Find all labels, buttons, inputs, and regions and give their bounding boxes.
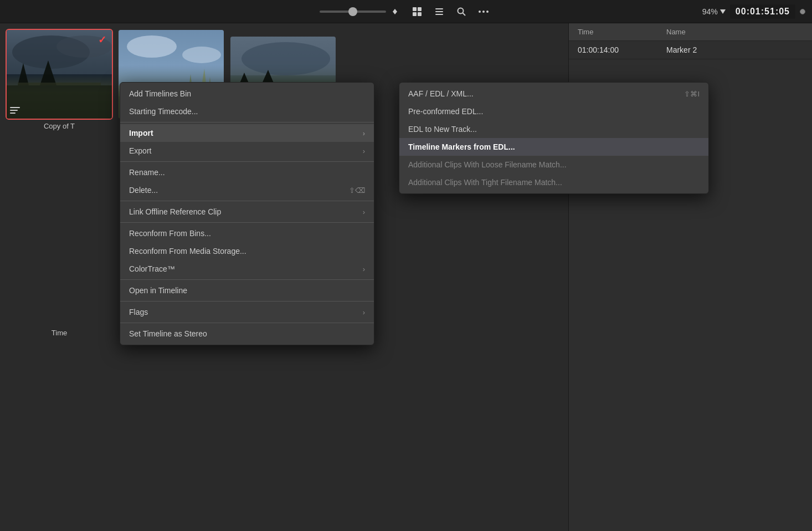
menu-item-delete[interactable]: Delete... ⇧⌫ — [120, 181, 374, 199]
svg-line-10 — [463, 13, 466, 16]
submenu-arrow-flags: › — [363, 308, 365, 316]
menu-item-add-timelines-bin[interactable]: Add Timelines Bin — [120, 85, 374, 103]
thumbnail-label-3: Time — [7, 329, 112, 337]
zoom-slider[interactable] — [320, 11, 386, 13]
menu-item-rename[interactable]: Rename... — [120, 164, 374, 181]
search-icon[interactable] — [453, 3, 470, 21]
list-view-button[interactable] — [430, 3, 448, 21]
menu-item-set-stereo[interactable]: Set Timeline as Stereo — [120, 325, 374, 343]
menu-label: Export — [129, 146, 151, 155]
timecode-display: 00:01:51:05 — [730, 4, 795, 19]
menu-item-colortrace[interactable]: ColorTrace™ › — [120, 260, 374, 278]
more-options-icon[interactable] — [475, 3, 492, 21]
menu-item-reconform-storage[interactable]: Reconform From Media Storage... — [120, 242, 374, 260]
menu-label: Reconform From Media Storage... — [129, 247, 246, 256]
menu-label: Add Timelines Bin — [129, 89, 191, 98]
menu-separator-7 — [120, 323, 374, 323]
svg-marker-0 — [393, 9, 397, 12]
menu-separator-3 — [120, 201, 374, 201]
submenu-item-edl-new-track[interactable]: EDL to New Track... — [399, 120, 708, 138]
thumbnail-selected[interactable]: ✓ — [7, 30, 112, 119]
name-column-header: Name — [666, 28, 803, 36]
menu-item-flags[interactable]: Flags › — [120, 303, 374, 321]
submenu-label: AAF / EDL / XML... — [408, 89, 474, 98]
thumbnail-label: Copy of T — [44, 122, 75, 130]
svg-point-9 — [458, 8, 464, 13]
up-down-icon[interactable] — [386, 3, 404, 21]
menu-label: Rename... — [129, 168, 165, 177]
menu-separator-4 — [120, 222, 374, 223]
svg-point-13 — [486, 11, 489, 13]
submenu-item-aaf-edl-xml[interactable]: AAF / EDL / XML... ⇧⌘I — [399, 85, 708, 103]
menu-label: Starting Timecode... — [129, 107, 198, 116]
submenu-item-additional-loose[interactable]: Additional Clips With Loose Filename Mat… — [399, 156, 708, 173]
menu-separator-5 — [120, 279, 374, 280]
menu-label: Open in Timeline — [129, 286, 187, 295]
shortcut-aaf: ⇧⌘I — [684, 90, 700, 98]
svg-point-26 — [127, 35, 177, 58]
submenu-arrow-export: › — [363, 147, 365, 155]
menu-item-starting-timecode[interactable]: Starting Timecode... — [120, 103, 374, 120]
menu-item-import[interactable]: Import › — [120, 124, 374, 142]
menu-item-export[interactable]: Export › — [120, 142, 374, 160]
marker-time-value: 01:00:14:00 — [578, 45, 666, 54]
marker-table-header: Time Name — [569, 23, 812, 41]
time-column-header: Time — [578, 28, 666, 36]
submenu-arrow: › — [363, 129, 365, 137]
submenu-arrow-link: › — [363, 208, 365, 216]
menu-label: Flags — [129, 308, 148, 316]
svg-rect-2 — [413, 7, 417, 11]
menu-item-link-offline[interactable]: Link Offline Reference Clip › — [120, 203, 374, 221]
menu-label: Link Offline Reference Clip — [129, 207, 221, 216]
svg-point-33 — [241, 42, 330, 75]
marker-name-value: Marker 2 — [666, 45, 803, 54]
menu-label: Delete... — [129, 186, 158, 195]
submenu-label: Timeline Markers from EDL... — [408, 142, 515, 151]
import-submenu: AAF / EDL / XML... ⇧⌘I Pre-conformed EDL… — [399, 82, 709, 194]
menu-separator-6 — [120, 301, 374, 302]
svg-rect-23 — [10, 110, 18, 111]
shortcut-delete: ⇧⌫ — [349, 186, 365, 195]
svg-rect-24 — [10, 113, 16, 114]
context-menu: Add Timelines Bin Starting Timecode... I… — [120, 82, 374, 345]
submenu-item-preconformed[interactable]: Pre-conformed EDL... — [399, 103, 708, 120]
svg-rect-4 — [413, 12, 417, 16]
submenu-label: EDL to New Track... — [408, 125, 477, 134]
toolbar: 94% 00:01:51:05 — [0, 0, 812, 23]
svg-marker-14 — [720, 9, 726, 14]
menu-item-reconform-bins[interactable]: Reconform From Bins... — [120, 224, 374, 242]
svg-marker-1 — [393, 12, 397, 14]
menu-label: Reconform From Bins... — [129, 229, 211, 238]
grid-view-button[interactable] — [408, 3, 426, 21]
submenu-arrow-colortrace: › — [363, 265, 365, 273]
menu-label: Set Timeline as Stereo — [129, 329, 207, 338]
svg-rect-21 — [18, 83, 101, 85]
zoom-display[interactable]: 94% — [702, 7, 726, 16]
menu-item-open-timeline[interactable]: Open in Timeline — [120, 282, 374, 299]
svg-point-12 — [482, 11, 485, 13]
svg-point-27 — [182, 47, 221, 63]
marker-row[interactable]: 01:00:14:00 Marker 2 — [569, 41, 812, 59]
menu-label: Import — [129, 129, 153, 137]
bottom-thumbnails-labels: Time — [7, 325, 112, 337]
zoom-slider-container — [320, 11, 386, 13]
record-indicator — [800, 9, 805, 14]
zoom-percent-label: 94% — [702, 7, 718, 16]
svg-rect-18 — [7, 85, 112, 119]
svg-point-11 — [479, 11, 481, 13]
svg-rect-8 — [435, 14, 443, 15]
svg-rect-7 — [435, 11, 443, 12]
list-item[interactable]: ✓ Copy of T — [7, 30, 112, 207]
submenu-label: Pre-conformed EDL... — [408, 107, 483, 116]
check-mark: ✓ — [95, 33, 109, 47]
menu-label: ColorTrace™ — [129, 264, 175, 273]
svg-rect-6 — [435, 8, 443, 9]
submenu-item-additional-tight[interactable]: Additional Clips With Tight Filename Mat… — [399, 173, 708, 191]
toolbar-center — [386, 3, 492, 21]
submenu-item-timeline-markers[interactable]: Timeline Markers from EDL... — [399, 138, 708, 156]
svg-rect-3 — [418, 7, 422, 11]
zoom-slider-thumb — [348, 7, 357, 16]
toolbar-right: 94% 00:01:51:05 — [702, 4, 812, 19]
thumb-3-label-container: Time — [7, 325, 112, 337]
svg-rect-22 — [10, 107, 20, 108]
